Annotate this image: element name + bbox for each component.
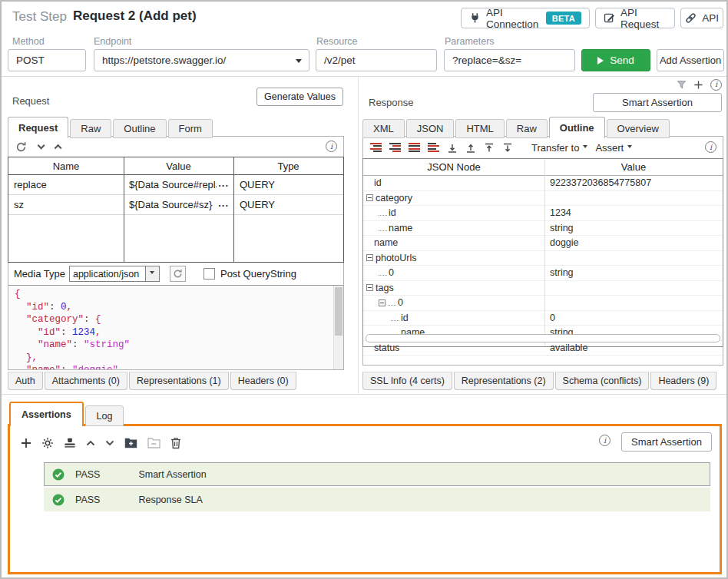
- param-row[interactable]: sz${Data Source#sz}...QUERY: [8, 195, 343, 215]
- response-tab-html[interactable]: HTML: [455, 119, 504, 138]
- expand-value-button[interactable]: ...: [217, 177, 233, 192]
- col-value[interactable]: Value: [544, 161, 723, 173]
- col-name[interactable]: Name: [8, 160, 124, 172]
- outline-levels-icon-2[interactable]: [389, 143, 401, 152]
- expand-value-button[interactable]: ...: [217, 197, 233, 212]
- info-icon[interactable]: [326, 141, 337, 152]
- gear-icon[interactable]: [41, 437, 54, 449]
- request-subtab-headers-0[interactable]: Headers (0): [230, 372, 296, 390]
- tree-row[interactable]: id9223372036854775807: [363, 176, 723, 191]
- request-subtab-representations-1[interactable]: Representations (1): [129, 372, 229, 390]
- response-tab-xml[interactable]: XML: [362, 119, 405, 138]
- api-connection-button[interactable]: API Connection BETA: [461, 8, 590, 28]
- response-tab-raw[interactable]: Raw: [506, 119, 548, 138]
- horizontal-scrollbar[interactable]: [366, 334, 720, 342]
- post-querystring-checkbox[interactable]: [204, 268, 215, 280]
- send-button[interactable]: Send: [581, 49, 650, 71]
- info-icon[interactable]: [710, 79, 722, 91]
- recreate-body-button[interactable]: [170, 266, 186, 282]
- editor-scrollbar[interactable]: [333, 286, 343, 369]
- response-subtab-headers-9[interactable]: Headers (9): [650, 372, 716, 390]
- tree-row[interactable]: photoUrls: [363, 251, 723, 266]
- info-icon[interactable]: [599, 435, 611, 446]
- request-tab-form[interactable]: Form: [168, 119, 213, 138]
- endpoint-dropdown[interactable]: https://petstore.swagger.io/: [94, 49, 309, 71]
- info-icon[interactable]: [705, 141, 716, 153]
- tree-row[interactable]: namedoggie: [363, 236, 723, 251]
- refresh-icon[interactable]: [15, 141, 27, 153]
- api-button[interactable]: API: [680, 8, 723, 28]
- response-corner-tools: [677, 78, 722, 91]
- expander-icon[interactable]: [379, 299, 386, 306]
- api-request-button[interactable]: API Request: [595, 8, 675, 28]
- assertions-tab-assertions[interactable]: Assertions: [9, 402, 84, 426]
- trash-icon[interactable]: [170, 437, 181, 449]
- outline-levels-icon-4[interactable]: [428, 143, 439, 152]
- assertions-tab-log[interactable]: Log: [85, 405, 124, 426]
- assertion-row[interactable]: PASSResponse SLA: [44, 488, 710, 511]
- chevron-up-icon[interactable]: [55, 144, 62, 151]
- expander-icon[interactable]: [366, 284, 373, 291]
- col-value[interactable]: Value: [124, 160, 233, 172]
- method-field[interactable]: POST: [8, 49, 86, 71]
- response-subtab-representations-2[interactable]: Representations (2): [454, 372, 554, 390]
- parameters-field[interactable]: ?replace=&sz=: [444, 49, 575, 71]
- col-json-node[interactable]: JSON Node: [363, 161, 544, 173]
- tree-row[interactable]: 0: [363, 296, 723, 311]
- generate-values-button[interactable]: Generate Values: [256, 88, 343, 106]
- scroll-down-to-end-icon[interactable]: [447, 143, 458, 153]
- media-type-select[interactable]: application/json: [69, 266, 160, 282]
- api-connection-label: API Connection: [486, 7, 541, 30]
- scroll-up-from-end-icon[interactable]: [465, 143, 476, 153]
- request-body-editor[interactable]: { "id": 0, "category": { "id": 1234, "na…: [8, 286, 333, 369]
- response-subtab-ssl-info-4-certs[interactable]: SSL Info (4 certs): [362, 372, 452, 390]
- add-icon[interactable]: [693, 80, 703, 90]
- expander-icon[interactable]: [366, 194, 373, 201]
- request-subtab-attachments-0[interactable]: Attachments (0): [45, 372, 127, 390]
- parameters-label: Parameters: [445, 36, 495, 47]
- response-tab-overview[interactable]: Overview: [607, 119, 670, 138]
- chevron-down-icon: [583, 145, 587, 151]
- group-add-folder-icon[interactable]: [124, 438, 137, 448]
- plug-icon: [469, 12, 481, 24]
- assertion-row[interactable]: PASSSmart Assertion: [44, 462, 710, 486]
- filter-icon[interactable]: [677, 80, 687, 90]
- move-down-icon[interactable]: [105, 440, 114, 446]
- request-tab-request[interactable]: Request: [8, 117, 68, 138]
- assert-menu[interactable]: Assert: [595, 142, 632, 154]
- smart-assertion-button[interactable]: Smart Assertion: [621, 432, 712, 452]
- add-assertion-icon[interactable]: [21, 438, 31, 448]
- chevron-down-icon[interactable]: [38, 141, 45, 149]
- expander-icon[interactable]: [366, 254, 373, 261]
- select-arrow-button[interactable]: [145, 266, 159, 281]
- tree-row[interactable]: category: [363, 191, 723, 207]
- outline-levels-icon-3[interactable]: [409, 143, 420, 152]
- tree-row[interactable]: id1234: [363, 206, 723, 221]
- smart-assertion-button[interactable]: Smart Assertion: [593, 93, 722, 112]
- transfer-to-menu[interactable]: Transfer to: [531, 142, 587, 154]
- tree-row[interactable]: namestring: [363, 221, 723, 237]
- request-subtab-auth[interactable]: Auth: [8, 372, 43, 390]
- tree-node-cell: status: [363, 342, 544, 353]
- resource-field[interactable]: /v2/pet: [316, 49, 437, 71]
- scroll-up-to-top-icon[interactable]: [484, 143, 495, 153]
- tree-row[interactable]: statusavailable: [363, 341, 723, 356]
- response-subtab-schema-conflicts[interactable]: Schema (conflicts): [555, 372, 650, 390]
- smart-assertion-label: Smart Assertion: [631, 436, 702, 448]
- response-tab-outline[interactable]: Outline: [549, 117, 605, 138]
- add-assertion-button[interactable]: Add Assertion: [657, 49, 724, 71]
- param-row[interactable]: replace${Data Source#repla......QUERY: [8, 175, 343, 195]
- outline-levels-icon-1[interactable]: [370, 143, 382, 152]
- tree-row[interactable]: tags: [363, 281, 723, 296]
- scrollbar-thumb[interactable]: [335, 287, 342, 336]
- tree-row[interactable]: 0string: [363, 266, 723, 281]
- tree-row[interactable]: id0: [363, 311, 723, 326]
- stamp-icon[interactable]: [64, 437, 76, 449]
- scroll-down-from-top-icon[interactable]: [502, 143, 513, 153]
- move-up-icon[interactable]: [86, 440, 95, 446]
- ungroup-folder-icon[interactable]: [147, 438, 160, 448]
- col-type[interactable]: Type: [233, 160, 343, 172]
- request-tab-raw[interactable]: Raw: [70, 119, 111, 138]
- response-tab-json[interactable]: JSON: [406, 119, 455, 138]
- request-tab-outline[interactable]: Outline: [113, 119, 166, 138]
